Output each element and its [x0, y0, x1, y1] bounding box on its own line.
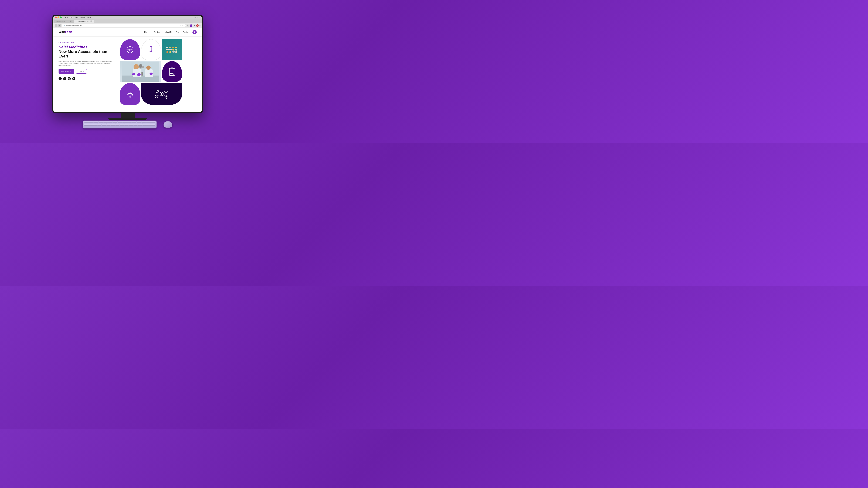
menu-setting[interactable]: Setting — [81, 17, 85, 18]
key[interactable] — [137, 121, 141, 123]
browser-icon-2[interactable]: ◉ — [193, 24, 195, 27]
browser-icon-3[interactable]: ✕ — [196, 24, 198, 27]
svg-point-34 — [164, 90, 167, 93]
menu-tools[interactable]: Tools — [75, 17, 79, 18]
window-controls-right: — □ ✕ — [194, 17, 200, 18]
new-tab-button[interactable]: + — [94, 21, 97, 23]
key[interactable] — [116, 123, 120, 124]
key[interactable] — [113, 121, 118, 123]
hero-description: Lorem ipsum dolor sit amet consectetur a… — [59, 60, 115, 66]
key[interactable] — [97, 123, 102, 124]
svg-point-38 — [157, 90, 158, 91]
key[interactable] — [89, 121, 94, 123]
key[interactable] — [138, 124, 142, 126]
desk-scene: File Edit Tools Setting Help — □ ✕ — [49, 15, 207, 128]
menu-help[interactable]: Help — [88, 17, 91, 18]
backspace-key[interactable] — [146, 121, 155, 123]
extensions-icon[interactable]: □ — [187, 24, 189, 27]
key[interactable] — [122, 121, 127, 123]
call-us-button[interactable]: Call Us — [76, 69, 87, 74]
forward-button[interactable]: › — [58, 24, 61, 27]
key[interactable] — [129, 124, 133, 126]
key[interactable] — [106, 124, 111, 126]
key[interactable] — [94, 121, 98, 123]
key[interactable] — [102, 124, 106, 126]
key[interactable] — [120, 123, 124, 124]
logo-faith: Faith — [65, 30, 72, 34]
nav-blog[interactable]: Blog — [176, 31, 180, 33]
spacebar-key[interactable] — [142, 124, 155, 126]
back-button[interactable]: ‹ — [55, 24, 58, 27]
hero-left: KNOW OUR STORY Halal Medicines, Now More… — [59, 40, 115, 80]
close-window-button[interactable] — [55, 17, 57, 18]
hero-eyebrow: KNOW OUR STORY — [59, 42, 115, 43]
pills-grid — [166, 46, 178, 53]
key[interactable] — [120, 124, 124, 126]
svg-point-15 — [133, 64, 139, 69]
key[interactable] — [106, 123, 111, 124]
network-svg — [153, 87, 170, 101]
key[interactable] — [103, 121, 108, 123]
key[interactable] — [138, 123, 142, 124]
maximize-window-button[interactable] — [60, 17, 62, 18]
svg-rect-14 — [133, 68, 142, 77]
tab-creativity-close[interactable]: ✕ — [70, 20, 72, 23]
search-icon: 🔍 — [64, 25, 65, 26]
browser-menubar: File Edit Tools Setting Help — □ ✕ — [53, 16, 202, 19]
heartbeat-svg — [126, 46, 134, 54]
key[interactable] — [142, 121, 146, 123]
url-bar[interactable]: 🔍 www.withfaithpharma.com ☆ ↻ — [62, 24, 186, 27]
refresh-icon[interactable]: ↻ — [182, 25, 184, 27]
tab-withfaith-label: WithFaith Halal Ph... — [78, 21, 89, 22]
key[interactable] — [111, 123, 115, 124]
enter-key[interactable] — [143, 123, 155, 124]
twitter-icon[interactable]: tw — [63, 77, 66, 80]
monitor-inner: File Edit Tools Setting Help — □ ✕ — [53, 16, 202, 112]
menu-file[interactable]: File — [65, 17, 68, 18]
caps-key[interactable] — [84, 124, 97, 126]
key[interactable] — [133, 123, 137, 124]
svg-point-33 — [156, 90, 159, 93]
svg-point-16 — [137, 73, 141, 76]
svg-point-0 — [194, 31, 195, 32]
key[interactable] — [124, 123, 129, 124]
key[interactable] — [115, 124, 120, 126]
nav-arrows: ‹ › — [55, 24, 61, 27]
key[interactable] — [93, 123, 97, 124]
tab-withfaith[interactable]: ⚕ WithFaith Halal Ph... ✕ — [74, 20, 94, 23]
tab-key[interactable] — [84, 123, 93, 124]
browser-menu-icon[interactable]: ≡ — [199, 24, 200, 27]
key[interactable] — [102, 123, 106, 124]
key[interactable] — [124, 124, 128, 126]
nav-services[interactable]: Services ▾ — [154, 31, 162, 33]
key[interactable] — [129, 123, 133, 124]
browser-icon-1[interactable]: ⚕ — [190, 24, 192, 27]
nav-home[interactable]: Home ▾ — [144, 31, 150, 33]
leaf-svg — [126, 90, 134, 98]
key[interactable] — [108, 121, 113, 123]
key[interactable] — [133, 124, 137, 126]
mosaic-tile-pills — [162, 39, 182, 60]
read-more-button[interactable]: Read More → — [59, 69, 74, 74]
user-avatar[interactable] — [192, 30, 197, 34]
youtube-icon[interactable]: ▶ — [72, 77, 75, 80]
svg-line-42 — [159, 92, 160, 93]
menu-edit[interactable]: Edit — [70, 17, 73, 18]
key[interactable] — [111, 124, 115, 126]
key[interactable] — [97, 124, 101, 126]
nav-contact[interactable]: Contact — [183, 31, 189, 33]
tab-withfaith-close[interactable]: ✕ — [90, 20, 92, 23]
key[interactable] — [98, 121, 103, 123]
key[interactable] — [118, 121, 122, 123]
instagram-icon[interactable] — [68, 77, 71, 80]
key[interactable] — [127, 121, 132, 123]
facebook-icon[interactable]: f — [59, 77, 62, 80]
key[interactable] — [132, 121, 136, 123]
minimize-window-button[interactable] — [58, 17, 59, 18]
bookmark-icon[interactable]: ☆ — [179, 25, 181, 27]
key[interactable] — [84, 121, 89, 123]
svg-point-40 — [156, 96, 157, 97]
website-content: WithFaith Home ▾ Services ▾ About Us — [53, 28, 202, 112]
nav-about[interactable]: About Us — [165, 31, 172, 33]
tab-creativity[interactable]: Creativity | ideas ✕ — [54, 20, 73, 23]
